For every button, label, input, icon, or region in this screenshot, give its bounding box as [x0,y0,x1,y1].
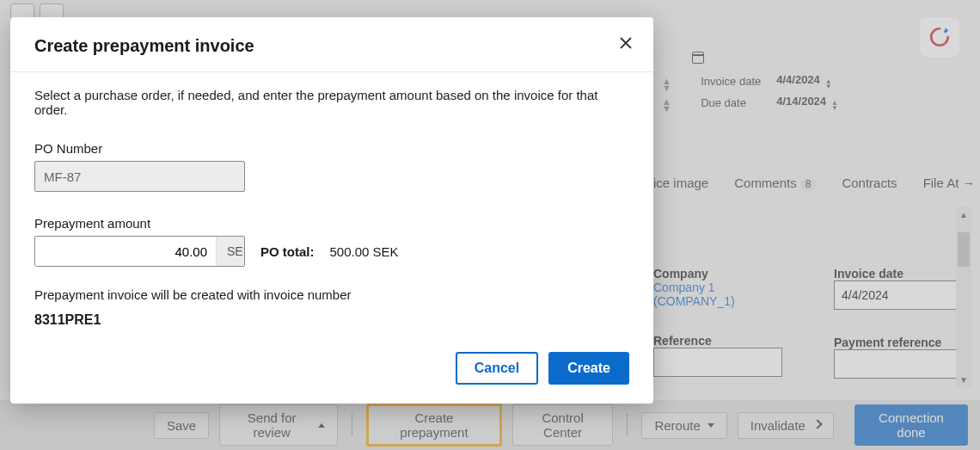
po-number-label: PO Number [34,141,629,156]
po-number-input[interactable] [34,161,245,192]
prepayment-amount-label: Prepayment amount [34,216,629,231]
cancel-button[interactable]: Cancel [456,352,538,385]
invoice-number-note: Prepayment invoice will be created with … [34,287,629,302]
prepayment-amount-input[interactable] [35,237,216,266]
close-icon[interactable] [619,36,633,52]
po-total-value: 500.00 SEK [330,244,399,259]
currency-suffix: SEK [216,237,245,266]
modal-title: Create prepayment invoice [34,36,629,56]
create-prepayment-modal: Create prepayment invoice Select a purch… [10,17,653,404]
generated-invoice-number: 8311PRE1 [34,312,629,328]
prepayment-amount-field: SEK [34,236,245,267]
create-button[interactable]: Create [548,352,629,385]
po-total-label: PO total: [260,244,315,259]
modal-instruction: Select a purchase order, if needed, and … [34,88,629,117]
